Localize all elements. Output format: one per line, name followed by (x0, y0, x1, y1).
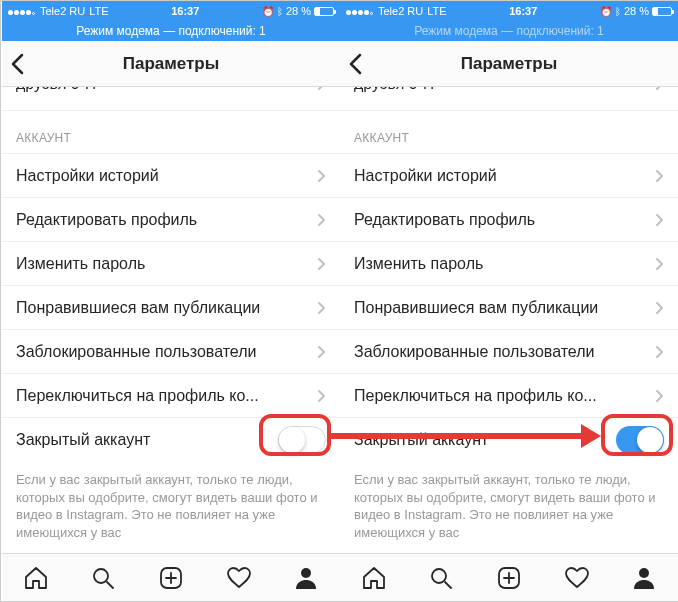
signal-dots-icon (8, 5, 36, 17)
tab-add[interactable] (137, 554, 205, 601)
tab-add[interactable] (475, 554, 543, 601)
private-account-toggle[interactable] (278, 426, 326, 454)
chevron-right-icon (655, 389, 664, 403)
status-bar: Tele2 RU LTE 16:37 ⏰ ᛒ 28 % (2, 1, 340, 21)
tab-home[interactable] (340, 554, 408, 601)
battery-icon (314, 7, 334, 16)
screenshot-left: Tele2 RU LTE 16:37 ⏰ ᛒ 28 % Режим модема… (2, 1, 340, 601)
battery-percent: 28 % (286, 5, 311, 17)
back-button[interactable] (348, 41, 362, 87)
svg-point-5 (301, 568, 311, 578)
item-label: Настройки историй (354, 167, 655, 185)
svg-point-0 (94, 569, 108, 583)
tab-activity[interactable] (543, 554, 611, 601)
tab-search[interactable] (70, 554, 138, 601)
chevron-right-icon (317, 213, 326, 227)
bluetooth-icon: ᛒ (615, 6, 621, 17)
row-story-settings[interactable]: Настройки историй (2, 153, 340, 197)
chevron-right-icon (655, 213, 664, 227)
list-item[interactable]: друзья с тт (2, 87, 340, 111)
nav-bar: Параметры (2, 41, 340, 87)
row-private-account: Закрытый аккаунт (340, 417, 678, 461)
list-item[interactable]: друзья с тт (340, 87, 678, 111)
row-liked-posts[interactable]: Понравившиеся вам публикации (340, 285, 678, 329)
chevron-right-icon (317, 345, 326, 359)
tab-bar (340, 553, 678, 601)
battery-percent: 28 % (624, 5, 649, 17)
screenshot-right: Tele2 RU LTE 16:37 ⏰ ᛒ 28 % Режим модема… (340, 1, 678, 601)
tab-home[interactable] (2, 554, 70, 601)
alarm-icon: ⏰ (600, 6, 612, 17)
alarm-icon: ⏰ (262, 6, 274, 17)
clock: 16:37 (447, 5, 600, 17)
helper-text: Если у вас закрытый аккаунт, только те л… (340, 461, 678, 541)
row-change-password[interactable]: Изменить пароль (2, 241, 340, 285)
item-label: друзья с тт (16, 87, 98, 93)
helper-text: Если у вас закрытый аккаунт, только те л… (2, 461, 340, 541)
chevron-right-icon (317, 169, 326, 183)
settings-list: друзья с тт АККАУНТ Настройки историй Ре… (2, 87, 340, 541)
network-label: LTE (89, 5, 108, 17)
tab-activity[interactable] (205, 554, 273, 601)
carrier-label: Tele2 RU (378, 5, 423, 17)
nav-bar: Параметры (340, 41, 678, 87)
svg-line-7 (445, 582, 451, 588)
item-label: Понравившиеся вам публикации (16, 299, 317, 317)
item-label: Изменить пароль (354, 255, 655, 273)
row-change-password[interactable]: Изменить пароль (340, 241, 678, 285)
item-label: Настройки историй (16, 167, 317, 185)
row-blocked-users[interactable]: Заблокированные пользователи (340, 329, 678, 373)
item-label: Переключиться на профиль ко... (354, 387, 655, 405)
svg-point-6 (432, 569, 446, 583)
row-edit-profile[interactable]: Редактировать профиль (340, 197, 678, 241)
carrier-label: Tele2 RU (40, 5, 85, 17)
item-label: Понравившиеся вам публикации (354, 299, 655, 317)
hotspot-banner[interactable]: Режим модема — подключений: 1 (2, 21, 340, 41)
row-blocked-users[interactable]: Заблокированные пользователи (2, 329, 340, 373)
section-header-account: АККАУНТ (2, 111, 340, 153)
settings-list: друзья с тт АККАУНТ Настройки историй Ре… (340, 87, 678, 541)
item-label: Переключиться на профиль ко... (16, 387, 317, 405)
chevron-right-icon (655, 257, 664, 271)
svg-line-1 (107, 582, 113, 588)
status-bar: Tele2 RU LTE 16:37 ⏰ ᛒ 28 % (340, 1, 678, 21)
item-label: друзья с тт (354, 87, 436, 93)
private-account-toggle[interactable] (616, 426, 664, 454)
svg-point-11 (639, 568, 649, 578)
row-switch-profile[interactable]: Переключиться на профиль ко... (340, 373, 678, 417)
chevron-right-icon (317, 257, 326, 271)
chevron-right-icon (317, 301, 326, 315)
item-label: Заблокированные пользователи (16, 343, 317, 361)
tab-search[interactable] (408, 554, 476, 601)
chevron-right-icon (317, 389, 326, 403)
row-story-settings[interactable]: Настройки историй (340, 153, 678, 197)
back-button[interactable] (10, 41, 24, 87)
battery-icon (652, 7, 672, 16)
tab-bar (2, 553, 340, 601)
row-switch-profile[interactable]: Переключиться на профиль ко... (2, 373, 340, 417)
chevron-right-icon (317, 87, 326, 91)
chevron-right-icon (655, 301, 664, 315)
item-label: Закрытый аккаунт (354, 431, 616, 449)
section-header-account: АККАУНТ (340, 111, 678, 153)
network-label: LTE (427, 5, 446, 17)
tab-profile[interactable] (272, 554, 340, 601)
chevron-right-icon (655, 87, 664, 91)
item-label: Редактировать профиль (354, 211, 655, 229)
clock: 16:37 (109, 5, 262, 17)
page-title: Параметры (340, 54, 678, 74)
row-private-account: Закрытый аккаунт (2, 417, 340, 461)
page-title: Параметры (2, 54, 340, 74)
row-edit-profile[interactable]: Редактировать профиль (2, 197, 340, 241)
chevron-right-icon (655, 169, 664, 183)
bluetooth-icon: ᛒ (277, 6, 283, 17)
row-liked-posts[interactable]: Понравившиеся вам публикации (2, 285, 340, 329)
item-label: Редактировать профиль (16, 211, 317, 229)
hotspot-banner[interactable]: Режим модема — подключений: 1 (340, 21, 678, 41)
tab-profile[interactable] (610, 554, 678, 601)
item-label: Заблокированные пользователи (354, 343, 655, 361)
item-label: Изменить пароль (16, 255, 317, 273)
chevron-right-icon (655, 345, 664, 359)
item-label: Закрытый аккаунт (16, 431, 278, 449)
signal-dots-icon (346, 5, 374, 17)
